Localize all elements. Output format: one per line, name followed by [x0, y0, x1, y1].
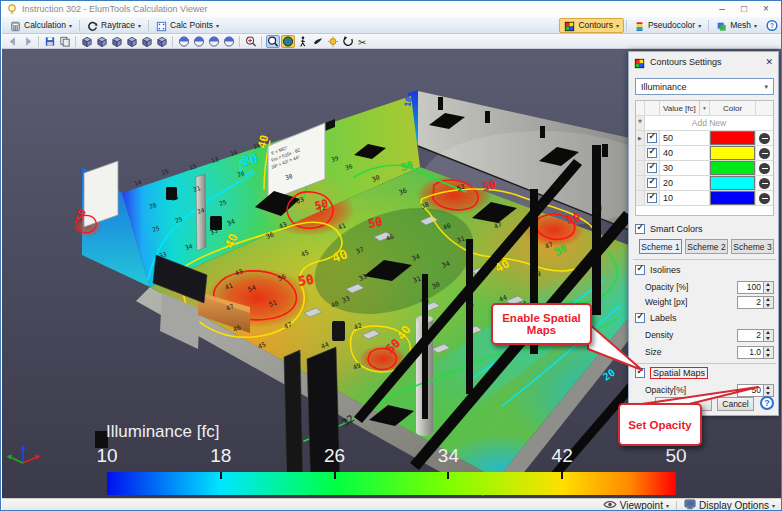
color-swatch[interactable] [710, 131, 755, 145]
menu-raytrace[interactable]: Raytrace▾ [82, 18, 146, 33]
toolbar-separator [261, 36, 262, 47]
help-icon[interactable]: ? [766, 19, 778, 31]
contour-row-checkbox[interactable]: ✓ [647, 193, 657, 203]
column-header [636, 101, 645, 115]
metric-dropdown[interactable]: Illuminance ▾ [635, 78, 774, 95]
display-options-button[interactable]: Display Options ▾ [684, 499, 775, 511]
toolbar-zoom-button[interactable] [266, 35, 280, 48]
menu-calculation[interactable]: Calculation▾ [5, 18, 77, 33]
contour-row-checkbox[interactable]: ✓ [647, 133, 657, 143]
smart-colors-checkbox[interactable]: ✓ [635, 224, 645, 234]
sort-dropdown-icon[interactable]: ▼ [699, 101, 709, 115]
isolines-checkbox[interactable]: ✓ [635, 265, 645, 275]
eye-icon [603, 500, 617, 511]
toolbar-view-cube-button[interactable] [140, 35, 154, 48]
close-button[interactable]: × [755, 2, 777, 16]
contour-value: 20 [660, 176, 710, 190]
contour-row-checkbox[interactable]: ✓ [647, 178, 657, 188]
toolbar-copy-button[interactable] [58, 35, 72, 48]
color-swatch[interactable] [710, 161, 755, 175]
legend-tick-mark [220, 472, 222, 479]
panel-help-icon[interactable]: ? [760, 396, 774, 410]
chevron-down-icon: ▾ [754, 22, 757, 29]
menu-pseudocolor[interactable]: Pseudocolor▾ [629, 18, 706, 33]
color-swatch[interactable] [710, 176, 755, 190]
menu-separator [79, 20, 80, 31]
labels-row: ✓ Labels [635, 313, 677, 323]
scheme-button-scheme-2[interactable]: Scheme 2 [685, 239, 728, 254]
minimize-button[interactable]: – [711, 2, 733, 16]
value-label: 50 [367, 215, 384, 231]
toolbar-view-cube-button[interactable] [95, 35, 109, 48]
contour-row[interactable]: ✓40 [636, 146, 773, 161]
legend-tick-label: 18 [210, 445, 231, 467]
remove-row-button[interactable] [759, 163, 770, 174]
toolbar-sun-button[interactable] [326, 35, 340, 48]
menu-mesh[interactable]: Mesh▾ [711, 18, 762, 33]
scheme-button-scheme-3[interactable]: Scheme 3 [731, 239, 774, 254]
toolbar-orbit-button[interactable] [207, 35, 221, 48]
toolbar-save-button[interactable] [43, 35, 57, 48]
toolbar-view-cube-button[interactable] [155, 35, 169, 48]
color-swatch[interactable] [710, 146, 755, 160]
isolines-weight-input[interactable]: 2 [737, 296, 774, 309]
labels-checkbox[interactable]: ✓ [635, 313, 645, 323]
toolbar-view-cube-button[interactable] [110, 35, 124, 48]
viewpoint-button[interactable]: Viewpoint ▾ [603, 500, 669, 511]
toolbar-zoom-window-button[interactable] [244, 35, 258, 48]
maximize-button[interactable]: □ [733, 2, 755, 16]
remove-cell [756, 191, 773, 205]
add-new-row[interactable]: *Add New [636, 116, 773, 131]
spinner[interactable] [764, 346, 774, 359]
isolines-opacity-input[interactable]: 100 [737, 281, 774, 294]
toolbar-forward-arrow-button[interactable] [21, 35, 35, 48]
menu-contours[interactable]: Contours▾ [559, 18, 624, 33]
contour-row[interactable]: ✓10 [636, 191, 773, 206]
toolbar-globe-button[interactable] [281, 35, 295, 48]
contour-row-checkbox[interactable]: ✓ [647, 163, 657, 173]
remove-row-button[interactable] [759, 148, 770, 159]
value-label: 50 [297, 271, 315, 289]
toolbar-orbit-button[interactable] [177, 35, 191, 48]
row-marker [636, 176, 645, 190]
toolbar-orbit-button[interactable] [192, 35, 206, 48]
toolbar-view-cube-button[interactable] [125, 35, 139, 48]
isolines-label: Isolines [650, 265, 681, 275]
spatial-maps-opacity-input[interactable]: 50 [737, 384, 774, 397]
spinner[interactable] [764, 329, 774, 342]
toolbar-walk-button[interactable] [296, 35, 310, 48]
spatial-maps-checkbox[interactable]: ✓ [635, 368, 645, 378]
labels-density-input[interactable]: 2 [737, 329, 774, 342]
panel-close-icon[interactable]: ✕ [765, 57, 773, 67]
cancel-button[interactable]: Cancel [717, 397, 754, 411]
separator [676, 501, 677, 510]
toolbar-back-arrow-button[interactable] [6, 35, 20, 48]
chevron-down-icon: ▾ [216, 22, 219, 29]
remove-row-button[interactable] [759, 193, 770, 204]
remove-row-button[interactable] [759, 133, 770, 144]
toolbar-rotate-button[interactable] [341, 35, 355, 48]
toolbar-view-cube-button[interactable] [80, 35, 94, 48]
toolbar-orbit-button[interactable] [222, 35, 236, 48]
contour-row[interactable]: ✓30 [636, 161, 773, 176]
contour-row-checkbox[interactable]: ✓ [647, 148, 657, 158]
tool-bar: ✂ [2, 34, 781, 49]
toolbar-separator [75, 36, 76, 47]
menu-calc-points[interactable]: Calc Points▾ [151, 18, 224, 33]
row-checkbox-cell: ✓ [645, 191, 660, 205]
spinner[interactable] [764, 296, 774, 309]
color-swatch[interactable] [710, 191, 755, 205]
panel-header[interactable]: Contours Settings ✕ [629, 52, 778, 72]
toolbar-cut-button[interactable]: ✂ [356, 35, 370, 48]
pseudocolor-icon [634, 20, 645, 31]
toolbar-fly-button[interactable] [311, 35, 325, 48]
remove-row-button[interactable] [759, 178, 770, 189]
legend-tick-labels: 101826344250 [2, 445, 781, 467]
contour-row[interactable]: ▶✓50 [636, 131, 773, 146]
contour-row[interactable]: ✓20 [636, 176, 773, 191]
labels-size-input[interactable]: 1.0 [737, 346, 774, 359]
column-header [756, 101, 773, 115]
spinner[interactable] [764, 384, 774, 397]
scheme-button-scheme-1[interactable]: Scheme 1 [639, 239, 682, 254]
spinner[interactable] [764, 281, 774, 294]
